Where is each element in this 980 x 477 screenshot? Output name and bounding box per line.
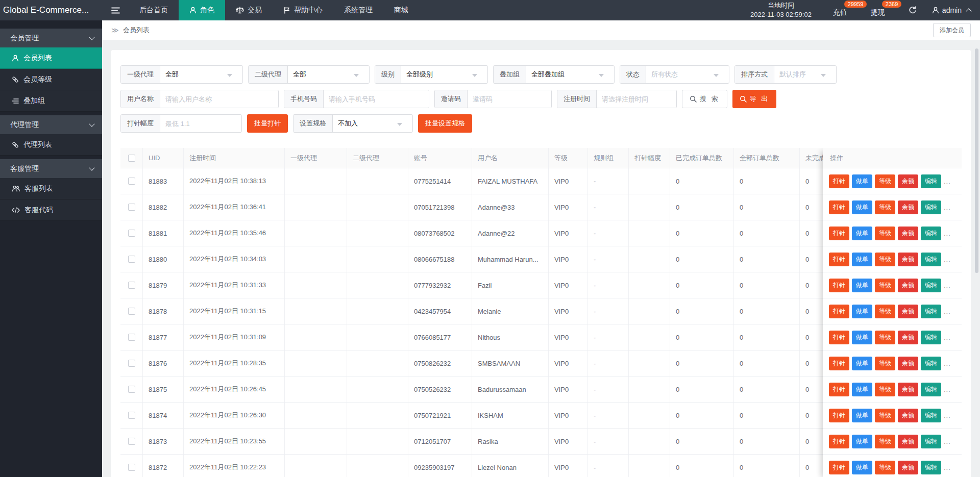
sidebar-item-member-list[interactable]: 会员列表 [0, 47, 102, 69]
action-edit-button[interactable]: 编辑 [921, 279, 941, 292]
row-checkbox[interactable] [128, 256, 135, 263]
action-inject-button[interactable]: 打针 [829, 227, 849, 240]
action-balance-button[interactable]: 余额 [898, 305, 918, 318]
action-edit-button[interactable]: 编辑 [921, 331, 941, 344]
action-make-order-button[interactable]: 做单 [852, 253, 872, 266]
action-make-order-button[interactable]: 做单 [852, 331, 872, 344]
row-checkbox[interactable] [128, 282, 135, 289]
action-balance-button[interactable]: 余额 [898, 279, 918, 292]
action-level-button[interactable]: 等级 [875, 200, 895, 214]
action-more-button[interactable]: ... [944, 334, 951, 341]
action-balance-button[interactable]: 余额 [898, 253, 918, 266]
action-balance-button[interactable]: 余额 [898, 461, 918, 474]
search-button[interactable]: 搜 索 [682, 90, 727, 108]
row-checkbox[interactable] [128, 230, 135, 237]
batch-spec-button[interactable]: 批量设置规格 [418, 114, 472, 133]
action-balance-button[interactable]: 余额 [898, 357, 918, 370]
sidebar-section-header-agent[interactable]: 代理管理 [0, 115, 102, 134]
action-inject-button[interactable]: 打针 [829, 305, 849, 318]
action-inject-button[interactable]: 打针 [829, 174, 849, 188]
nav-item-help-center[interactable]: 帮助中心 [273, 0, 333, 20]
action-balance-button[interactable]: 余额 [898, 409, 918, 422]
action-make-order-button[interactable]: 做单 [852, 174, 872, 188]
action-more-button[interactable]: ... [944, 178, 951, 185]
row-checkbox[interactable] [128, 464, 135, 471]
filter-select-overlay-group[interactable]: 叠加组全部叠加组 [493, 65, 615, 84]
action-inject-button[interactable]: 打针 [829, 383, 849, 396]
action-make-order-button[interactable]: 做单 [852, 461, 872, 474]
action-edit-button[interactable]: 编辑 [921, 253, 941, 266]
withdraw-link[interactable]: 2369 提现 [871, 0, 885, 20]
export-button[interactable]: 导 出 [732, 90, 777, 108]
action-edit-button[interactable]: 编辑 [921, 174, 941, 188]
action-more-button[interactable]: ... [944, 412, 951, 419]
row-checkbox[interactable] [128, 412, 135, 419]
filter-select-level-2-agent[interactable]: 二级代理全部 [248, 65, 370, 84]
nav-item-dashboard[interactable]: 后台首页 [129, 0, 179, 20]
action-level-button[interactable]: 等级 [875, 435, 895, 448]
action-level-button[interactable]: 等级 [875, 461, 895, 474]
action-make-order-button[interactable]: 做单 [852, 305, 872, 318]
sidebar-section-header-member[interactable]: 会员管理 [0, 29, 102, 47]
action-edit-button[interactable]: 编辑 [921, 435, 941, 448]
filter-select-status[interactable]: 状态所有状态 [620, 65, 729, 84]
filter-select-spec[interactable]: 设置规格不加入 [293, 114, 413, 133]
action-inject-button[interactable]: 打针 [829, 279, 849, 292]
action-balance-button[interactable]: 余额 [898, 174, 918, 188]
row-checkbox[interactable] [128, 360, 135, 367]
sidebar-item-service-list[interactable]: 客服列表 [0, 178, 102, 199]
action-inject-button[interactable]: 打针 [829, 409, 849, 422]
action-inject-button[interactable]: 打针 [829, 331, 849, 344]
refresh-button[interactable] [909, 6, 917, 14]
action-make-order-button[interactable]: 做单 [852, 227, 872, 240]
action-inject-button[interactable]: 打针 [829, 200, 849, 214]
row-checkbox[interactable] [128, 438, 135, 445]
row-checkbox[interactable] [128, 334, 135, 341]
select-all-checkbox[interactable] [128, 155, 135, 162]
nav-item-roles[interactable]: 角色 [179, 0, 225, 20]
sidebar-section-header-service[interactable]: 客服管理 [0, 159, 102, 178]
action-level-button[interactable]: 等级 [875, 227, 895, 240]
action-level-button[interactable]: 等级 [875, 279, 895, 292]
action-level-button[interactable]: 等级 [875, 174, 895, 188]
nav-item-transactions[interactable]: 交易 [225, 0, 273, 20]
action-inject-button[interactable]: 打针 [829, 461, 849, 474]
action-more-button[interactable]: ... [944, 204, 951, 211]
action-level-button[interactable]: 等级 [875, 305, 895, 318]
action-edit-button[interactable]: 编辑 [921, 461, 941, 474]
action-more-button[interactable]: ... [944, 464, 951, 471]
page-scrollbar[interactable] [975, 48, 978, 273]
nav-item-system[interactable]: 系统管理 [333, 0, 383, 20]
action-more-button[interactable]: ... [944, 308, 951, 315]
action-edit-button[interactable]: 编辑 [921, 383, 941, 396]
action-more-button[interactable]: ... [944, 230, 951, 237]
nav-item-mall[interactable]: 商城 [383, 0, 419, 20]
action-edit-button[interactable]: 编辑 [921, 227, 941, 240]
action-edit-button[interactable]: 编辑 [921, 305, 941, 318]
action-more-button[interactable]: ... [944, 256, 951, 263]
action-inject-button[interactable]: 打针 [829, 357, 849, 370]
action-make-order-button[interactable]: 做单 [852, 383, 872, 396]
invite-code-input[interactable] [468, 90, 551, 108]
row-checkbox[interactable] [128, 178, 135, 185]
register-time-input[interactable] [597, 90, 676, 108]
action-level-button[interactable]: 等级 [875, 357, 895, 370]
action-edit-button[interactable]: 编辑 [921, 409, 941, 422]
batch-inject-button[interactable]: 批量打针 [247, 114, 288, 133]
sidebar-item-member-level[interactable]: 会员等级 [0, 69, 102, 90]
action-more-button[interactable]: ... [944, 282, 951, 289]
sidebar-item-service-code[interactable]: 客服代码 [0, 199, 102, 221]
action-balance-button[interactable]: 余额 [898, 435, 918, 448]
action-level-button[interactable]: 等级 [875, 383, 895, 396]
action-balance-button[interactable]: 余额 [898, 331, 918, 344]
action-edit-button[interactable]: 编辑 [921, 357, 941, 370]
row-checkbox[interactable] [128, 204, 135, 211]
action-level-button[interactable]: 等级 [875, 331, 895, 344]
row-checkbox[interactable] [128, 308, 135, 315]
sidebar-toggle-button[interactable] [102, 0, 129, 20]
action-more-button[interactable]: ... [944, 438, 951, 445]
action-make-order-button[interactable]: 做单 [852, 435, 872, 448]
action-balance-button[interactable]: 余额 [898, 200, 918, 214]
filter-select-level[interactable]: 级别全部级别 [375, 65, 488, 84]
action-inject-button[interactable]: 打针 [829, 253, 849, 266]
